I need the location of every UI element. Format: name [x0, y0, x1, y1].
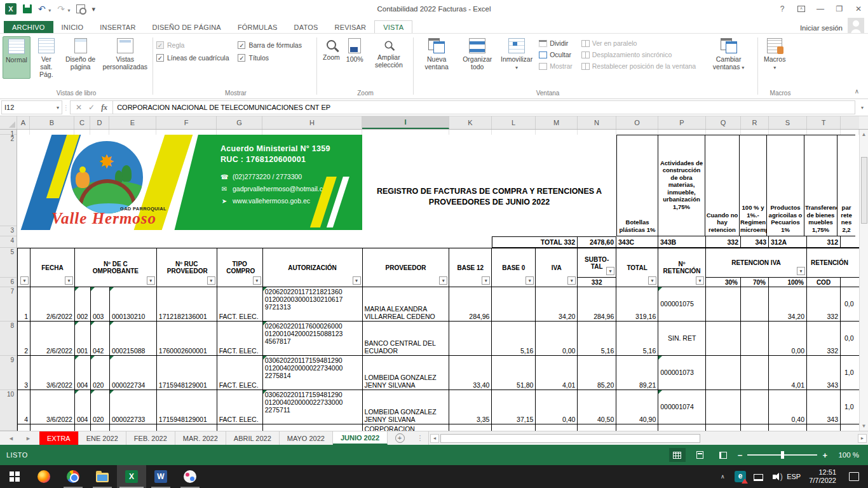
filter-icon[interactable]: [606, 267, 614, 275]
close-button[interactable]: ✕: [849, 2, 868, 16]
sheet-tab-mayo[interactable]: MAYO 2022: [280, 431, 333, 445]
col-header-u-partial[interactable]: [841, 116, 859, 129]
cell-comp2[interactable]: 020: [91, 356, 110, 390]
cell-proveedor[interactable]: BANCO CENTRAL DEL ECUADOR: [363, 322, 450, 356]
ruler-checkbox[interactable]: ✓Regla: [156, 39, 229, 51]
header-index[interactable]: [18, 248, 31, 287]
sign-in-link[interactable]: Iniciar sesión: [800, 24, 843, 32]
row-header-1[interactable]: 1: [0, 130, 17, 135]
scroll-down-icon[interactable]: ▼: [862, 421, 867, 431]
tax-header-microempresa[interactable]: 100 % y 1%.- Regimen microempresa: [739, 135, 767, 236]
network-icon[interactable]: [750, 465, 766, 488]
cell-ret-partial[interactable]: 0,0: [841, 287, 859, 322]
cell-proveedor[interactable]: LOMBEIDA GONZALEZ JENNY SILVANA: [363, 390, 450, 424]
col-header-e[interactable]: E: [109, 116, 156, 129]
cell-ret100[interactable]: 0,00: [769, 322, 807, 356]
cell-iva[interactable]: 4,01: [536, 356, 578, 390]
undo-button[interactable]: ↶ ▾: [38, 3, 51, 15]
row-header-10[interactable]: 10: [0, 390, 17, 431]
col-header-h[interactable]: H: [262, 116, 362, 129]
vertical-scroll-thumb[interactable]: [861, 157, 867, 224]
cell-base12[interactable]: 3,35: [449, 390, 492, 424]
view-side-by-side-button[interactable]: Ver en paralelo: [579, 37, 698, 49]
row-header-6[interactable]: 6: [0, 278, 17, 287]
taskbar-firefox[interactable]: [29, 465, 58, 488]
header-subtotal[interactable]: SUBTO-TAL: [578, 248, 616, 278]
tax-header-partial[interactable]: par rete nes 2,2: [837, 135, 855, 236]
minimize-button[interactable]: —: [811, 2, 830, 16]
cell-total[interactable]: 319,16: [616, 287, 658, 322]
cell-cod[interactable]: 343: [807, 390, 841, 424]
tab-insertar[interactable]: INSERTAR: [92, 21, 144, 33]
filter-icon[interactable]: [567, 276, 576, 285]
banner-logo-cell[interactable]: Acuerdo Ministerial N° 1359 RUC : 176812…: [17, 135, 362, 236]
horizontal-scrollbar[interactable]: ◄ ►: [428, 431, 868, 445]
tax-header-sin-retencion[interactable]: Cuando no hay retencion: [705, 135, 740, 236]
cell-comp3[interactable]: 000022733: [110, 390, 157, 424]
cell-total[interactable]: 89,21: [616, 356, 658, 390]
hide-button[interactable]: Ocultar: [536, 49, 575, 60]
page-layout-toggle[interactable]: [692, 448, 709, 462]
cell-base0[interactable]: [492, 287, 536, 322]
tax-header-agricolas[interactable]: Productos agricoilas o Pecuarios 1%: [766, 135, 804, 236]
vertical-scrollbar[interactable]: ▲ ▼: [859, 130, 868, 431]
reset-window-position-button[interactable]: Restablecer posición de la ventana: [579, 60, 698, 72]
filter-icon[interactable]: [20, 276, 29, 285]
tab-archivo[interactable]: ARCHIVO: [4, 21, 53, 33]
filter-icon[interactable]: [253, 276, 261, 285]
cell-ret70[interactable]: [741, 322, 769, 356]
start-button[interactable]: [0, 465, 29, 488]
cell-ruc[interactable]: 1712182136001: [157, 287, 217, 322]
subheader-partial[interactable]: [841, 278, 859, 287]
collapse-ribbon-icon[interactable]: ∧: [855, 88, 859, 95]
cell-nretencion[interactable]: SIN. RET: [658, 322, 706, 356]
col-header-c[interactable]: C: [74, 116, 90, 129]
header-fecha[interactable]: FECHA: [31, 248, 75, 287]
filter-icon[interactable]: [147, 276, 155, 285]
cell-proveedor[interactable]: MARIA ALEXANDRA VILLARREAL CEDENO: [363, 287, 450, 322]
cell-iva[interactable]: 0,00: [536, 322, 578, 356]
row-header-9[interactable]: 9: [0, 356, 17, 390]
cell-base0[interactable]: 51,80: [492, 356, 536, 390]
header-nretencion[interactable]: Nº RETENCIÓN: [658, 248, 706, 287]
col-header-a[interactable]: A: [17, 116, 30, 129]
filter-icon[interactable]: [207, 276, 215, 285]
cell-subtotal[interactable]: 284,96: [578, 287, 616, 322]
language-indicator[interactable]: ESP: [786, 465, 801, 488]
cell-ret100[interactable]: 4,01: [769, 356, 807, 390]
cell-ret-partial[interactable]: 1,0: [841, 390, 859, 424]
filter-icon[interactable]: [648, 276, 656, 285]
cell-autorizacion[interactable]: 020620220117600026000 012001042000215088…: [263, 322, 363, 356]
cell-ret30[interactable]: [706, 356, 741, 390]
cell-ruc[interactable]: 1760002600001: [157, 322, 217, 356]
cell-comp2[interactable]: 020: [91, 390, 110, 424]
zoom-slider[interactable]: − +: [738, 451, 827, 460]
total-label-cell[interactable]: TOTAL 332: [492, 236, 578, 248]
unhide-button[interactable]: Mostrar: [536, 60, 575, 72]
horizontal-scroll-thumb[interactable]: [440, 434, 700, 443]
cell-comp3[interactable]: 000130210: [110, 287, 157, 322]
grid-row-1[interactable]: [17, 130, 859, 135]
cell-comp2[interactable]: 042: [91, 322, 110, 356]
scroll-right-icon[interactable]: ►: [858, 434, 867, 443]
cell-base12[interactable]: 33,40: [449, 356, 492, 390]
col-header-f[interactable]: F: [156, 116, 217, 129]
taskbar-excel-active[interactable]: X: [117, 465, 146, 488]
cell-subtotal[interactable]: 5,16: [578, 322, 616, 356]
taskbar-explorer[interactable]: [88, 465, 117, 488]
normal-view-toggle[interactable]: [669, 448, 686, 462]
cell-num[interactable]: 4: [18, 390, 31, 424]
header-retencion[interactable]: RETENCIÓN: [807, 248, 859, 278]
cell-autorizacion[interactable]: 030620220117159481290 012004020000022733…: [263, 390, 363, 424]
sheet-nav-right-icon[interactable]: ►: [25, 435, 31, 442]
total-312a-cell[interactable]: 312A: [769, 236, 807, 248]
cell-fecha[interactable]: 2/6/2022: [31, 287, 75, 322]
cell-autorizacion[interactable]: 030620220117159481290 012004020000022734…: [263, 356, 363, 390]
cell-fecha[interactable]: 3/6/2022: [31, 390, 75, 424]
filter-icon[interactable]: [439, 276, 447, 285]
cell-comp3[interactable]: 000215088: [110, 322, 157, 356]
row-header-4[interactable]: 4: [0, 236, 17, 248]
new-sheet-button[interactable]: +: [388, 431, 412, 445]
zoom-button[interactable]: Zoom: [320, 36, 342, 69]
clock[interactable]: 12:51 7/7/2022: [804, 468, 841, 485]
